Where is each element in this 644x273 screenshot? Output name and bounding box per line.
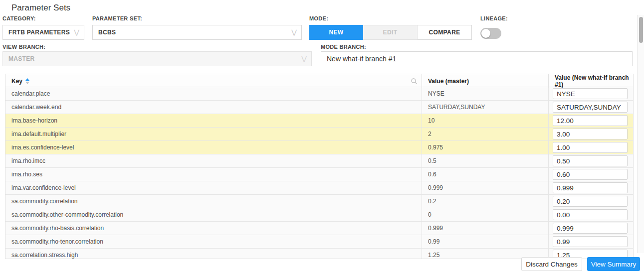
- row-branch-value-input[interactable]: [553, 155, 628, 166]
- scrollbar-thumb[interactable]: [639, 17, 643, 43]
- category-selected-value: FRTB PARAMETERS: [8, 29, 70, 36]
- sort-desc-icon: [25, 82, 29, 84]
- table-body: calendar.place NYSE calendar.week.end SA…: [5, 87, 633, 259]
- row-branch-value-input[interactable]: [553, 142, 628, 153]
- row-key: ima.base-horizon: [5, 114, 422, 127]
- table-row: calendar.place NYSE: [5, 87, 633, 101]
- row-key: ima.default.multiplier: [5, 128, 422, 140]
- row-key: sa.commodity.rho-tenor.correlation: [5, 235, 422, 248]
- row-key: ima.rho.ses: [5, 168, 422, 181]
- row-master-value: 0.999: [422, 222, 549, 235]
- row-key: sa.commodity.correlation: [5, 195, 422, 208]
- row-key: calendar.week.end: [5, 101, 422, 114]
- table-row: ima.base-horizon 10: [5, 114, 633, 128]
- row-key: ima.rho.imcc: [5, 154, 422, 167]
- row-key: ima.es.confidence-level: [5, 141, 422, 154]
- row-master-value: 0.99: [422, 235, 549, 248]
- search-icon[interactable]: [411, 78, 418, 85]
- column-header-master-value[interactable]: Value (master): [422, 74, 549, 88]
- row-master-value: 0.999: [422, 181, 549, 194]
- row-branch-value-input[interactable]: [553, 115, 628, 126]
- lineage-toggle-knob: [481, 29, 490, 38]
- row-branch-value-input[interactable]: [553, 182, 628, 193]
- sort-asc-icon: [25, 78, 29, 81]
- row-branch-value-input[interactable]: [553, 209, 628, 220]
- row-master-value: 0.975: [422, 141, 549, 154]
- mode-compare-button[interactable]: COMPARE: [418, 25, 472, 40]
- row-branch-value-input[interactable]: [553, 129, 628, 139]
- row-branch-value-input[interactable]: [553, 223, 628, 234]
- row-master-value: 0.2: [422, 195, 549, 208]
- table-row: sa.commodity.rho-tenor.correlation 0.99: [5, 235, 633, 249]
- table-row: calendar.week.end SATURDAY,SUNDAY: [5, 101, 633, 114]
- table-row: ima.rho.imcc 0.5: [5, 154, 633, 168]
- row-master-value: 2: [422, 128, 549, 140]
- row-master-value: SATURDAY,SUNDAY: [422, 101, 549, 114]
- row-key: calendar.place: [5, 87, 422, 100]
- chevron-down-icon: ⋁: [291, 28, 297, 36]
- row-master-value: 10: [422, 114, 549, 127]
- table-row: ima.rho.ses 0.6: [5, 168, 633, 181]
- row-branch-value-input[interactable]: [553, 196, 628, 207]
- category-select[interactable]: FRTB PARAMETERS ⋁: [2, 25, 84, 40]
- chevron-down-icon: ⋁: [74, 28, 79, 36]
- row-branch-value-input[interactable]: [553, 88, 628, 99]
- table-row: ima.default.multiplier 2: [5, 128, 633, 141]
- table-row: ima.var.confidence-level 0.999: [5, 181, 633, 195]
- mode-new-button[interactable]: NEW: [309, 25, 363, 40]
- view-branch-label: VIEW BRANCH:: [2, 44, 45, 50]
- table-header-row: Key Value (master) Value (New what-if br…: [5, 74, 633, 87]
- column-header-branch-value[interactable]: Value (New what-if branch #1): [549, 74, 634, 88]
- view-branch-select: MASTER ⋁: [2, 51, 312, 66]
- lineage-label: LINEAGE:: [480, 15, 508, 21]
- chevron-down-icon: ⋁: [301, 55, 307, 62]
- row-key: sa.correlation.stress.high: [5, 249, 422, 259]
- row-key: sa.commodity.other-commodity.correlation: [5, 208, 422, 221]
- column-header-branch-label: Value (New what-if branch #1): [555, 74, 634, 88]
- mode-branch-label: MODE BRANCH:: [321, 44, 366, 50]
- row-key: sa.commodity.rho-basis.correlation: [5, 222, 422, 235]
- row-master-value: 0.5: [422, 154, 549, 167]
- column-header-key-label: Key: [11, 78, 22, 85]
- column-header-master-label: Value (master): [428, 78, 469, 85]
- vertical-scrollbar[interactable]: [637, 15, 644, 253]
- mode-label: MODE:: [309, 15, 328, 21]
- table-row: sa.commodity.rho-basis.correlation 0.999: [5, 222, 633, 235]
- row-key: ima.var.confidence-level: [5, 181, 422, 194]
- row-master-value: 0.6: [422, 168, 549, 181]
- table-row: sa.commodity.correlation 0.2: [5, 195, 633, 208]
- parameter-set-label: PARAMETER SET:: [92, 15, 142, 21]
- row-branch-value-input[interactable]: [553, 102, 628, 113]
- row-master-value: NYSE: [422, 87, 549, 100]
- view-summary-button[interactable]: View Summary: [587, 257, 640, 271]
- parameter-set-select[interactable]: BCBS ⋁: [92, 25, 302, 40]
- lineage-toggle[interactable]: [480, 28, 501, 39]
- row-branch-value-input[interactable]: [553, 169, 628, 180]
- parameter-set-selected-value: BCBS: [98, 29, 116, 36]
- row-master-value: 0: [422, 208, 549, 221]
- table-row: sa.commodity.other-commodity.correlation…: [5, 208, 633, 222]
- mode-edit-button: EDIT: [363, 25, 418, 40]
- table-row: ima.es.confidence-level 0.975: [5, 141, 633, 154]
- category-label: CATEGORY:: [2, 15, 36, 21]
- discard-changes-button[interactable]: Discard Changes: [521, 257, 582, 271]
- sort-icon[interactable]: [25, 78, 29, 84]
- row-branch-value-input[interactable]: [553, 236, 628, 247]
- mode-branch-input[interactable]: [321, 51, 633, 66]
- parameter-table: Key Value (master) Value (New what-if br…: [5, 74, 634, 259]
- view-branch-selected-value: MASTER: [8, 55, 34, 62]
- page-title: Parameter Sets: [11, 3, 70, 13]
- parameter-sets-page: Parameter Sets CATEGORY: FRTB PARAMETERS…: [0, 0, 644, 273]
- column-header-key[interactable]: Key: [5, 74, 422, 88]
- mode-button-group: NEW EDIT COMPARE: [309, 25, 472, 40]
